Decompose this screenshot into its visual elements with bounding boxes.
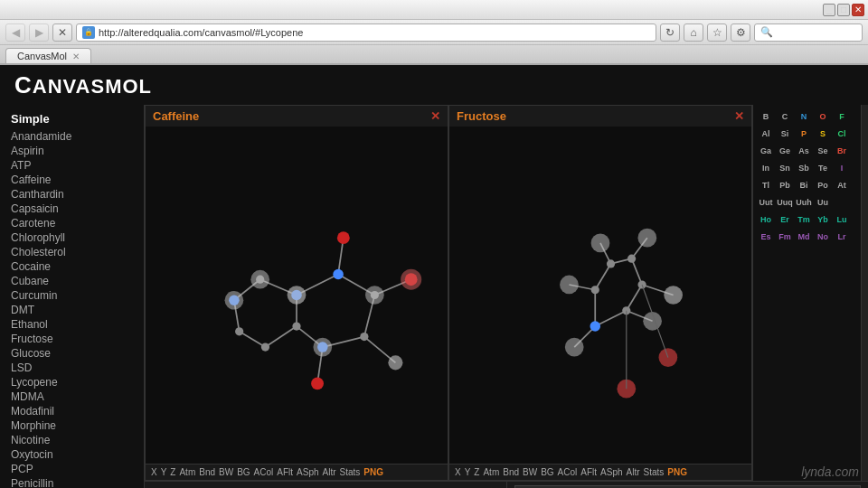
toolbar-aflt[interactable]: AFlt bbox=[277, 467, 293, 477]
sidebar-item-nicotine[interactable]: Nicotine bbox=[11, 433, 133, 447]
toolbar-altr[interactable]: Altr bbox=[323, 467, 336, 477]
sidebar-item-capsaicin[interactable]: Capsaicin bbox=[11, 202, 133, 216]
element-ho[interactable]: Ho bbox=[757, 211, 775, 228]
element-sb[interactable]: Sb bbox=[795, 160, 813, 176]
toolbar-y[interactable]: Y bbox=[161, 467, 167, 477]
toolbar-stats[interactable]: Stats bbox=[340, 467, 361, 477]
element-o[interactable]: O bbox=[814, 108, 832, 125]
sidebar-item-caffeine[interactable]: Caffeine bbox=[11, 173, 133, 187]
fructose-close[interactable]: ✕ bbox=[734, 109, 744, 123]
element-po[interactable]: Po bbox=[814, 177, 832, 193]
tools-btn[interactable]: ⚙ bbox=[731, 23, 750, 42]
stop-btn[interactable]: ✕ bbox=[52, 23, 72, 42]
sidebar-item-oxytocin[interactable]: Oxytocin bbox=[11, 447, 133, 462]
caffeine-close[interactable]: ✕ bbox=[430, 109, 440, 123]
sidebar-item-anandamide[interactable]: Anandamide bbox=[11, 129, 133, 144]
element-es[interactable]: Es bbox=[757, 229, 775, 245]
toolbar-acol[interactable]: ACol bbox=[254, 467, 274, 477]
sidebar-item-morphine[interactable]: Morphine bbox=[11, 418, 133, 433]
scrollbar-right[interactable] bbox=[861, 105, 868, 481]
sidebar-item-curcumin[interactable]: Curcumin bbox=[11, 288, 133, 303]
toolbar-atm[interactable]: Atm bbox=[179, 467, 195, 477]
ftoolbar-y[interactable]: Y bbox=[465, 467, 471, 477]
ftoolbar-bnd[interactable]: Bnd bbox=[503, 467, 519, 477]
element-fm[interactable]: Fm bbox=[776, 229, 794, 245]
ftoolbar-acol[interactable]: ACol bbox=[558, 467, 578, 477]
sidebar-item-fructose[interactable]: Fructose bbox=[11, 332, 133, 346]
ftoolbar-z[interactable]: Z bbox=[474, 467, 479, 477]
sidebar-item-mdma[interactable]: MDMA bbox=[11, 389, 133, 404]
close-btn[interactable]: ✕ bbox=[852, 4, 864, 16]
toolbar-bw[interactable]: BW bbox=[219, 467, 233, 477]
sidebar-item-pcp[interactable]: PCP bbox=[11, 462, 133, 476]
element-pb[interactable]: Pb bbox=[776, 177, 794, 193]
search-box[interactable]: 🔍 bbox=[754, 23, 863, 42]
sidebar-item-dmt[interactable]: DMT bbox=[11, 303, 133, 317]
address-bar[interactable]: 🔒 http://alteredqualia.com/canvasmol/#Ly… bbox=[76, 23, 656, 42]
element-yb[interactable]: Yb bbox=[814, 211, 832, 228]
element-md[interactable]: Md bbox=[795, 229, 813, 245]
sidebar-item-carotene[interactable]: Carotene bbox=[11, 216, 133, 230]
ftoolbar-bg[interactable]: BG bbox=[541, 467, 553, 477]
element-uuq[interactable]: Uuq bbox=[776, 194, 794, 211]
element-si[interactable]: Si bbox=[776, 126, 794, 142]
element-no[interactable]: No bbox=[814, 229, 832, 245]
ftoolbar-x[interactable]: X bbox=[455, 467, 461, 477]
toolbar-asph[interactable]: ASph bbox=[297, 467, 318, 477]
element-al[interactable]: Al bbox=[757, 126, 775, 142]
element-ga[interactable]: Ga bbox=[757, 143, 775, 159]
element-tm[interactable]: Tm bbox=[795, 211, 813, 228]
caffeine-canvas[interactable] bbox=[146, 127, 448, 464]
element-uu[interactable]: Uu bbox=[814, 194, 832, 211]
home-btn[interactable]: ⌂ bbox=[684, 23, 703, 42]
sidebar-item-modafinil[interactable]: Modafinil bbox=[11, 404, 133, 418]
minimize-btn[interactable]: _ bbox=[823, 4, 835, 16]
toolbar-bg[interactable]: BG bbox=[237, 467, 250, 477]
element-uuh[interactable]: Uuh bbox=[795, 194, 813, 211]
element-se[interactable]: Se bbox=[814, 143, 832, 159]
back-btn[interactable]: ◀ bbox=[5, 23, 25, 42]
forward-btn[interactable]: ▶ bbox=[29, 23, 49, 42]
star-btn[interactable]: ☆ bbox=[707, 23, 727, 42]
sidebar-item-ethanol[interactable]: Ethanol bbox=[11, 317, 133, 332]
toolbar-png[interactable]: PNG bbox=[363, 467, 383, 477]
element-as[interactable]: As bbox=[795, 143, 813, 159]
ftoolbar-atm[interactable]: Atm bbox=[483, 467, 499, 477]
ftoolbar-stats[interactable]: Stats bbox=[644, 467, 665, 477]
element-f[interactable]: F bbox=[833, 108, 851, 125]
element-cl[interactable]: Cl bbox=[833, 126, 851, 142]
sidebar-item-penicillin[interactable]: Penicillin bbox=[11, 476, 133, 488]
refresh-btn[interactable]: ↻ bbox=[660, 23, 680, 42]
element-sn[interactable]: Sn bbox=[776, 160, 794, 176]
ftoolbar-bw[interactable]: BW bbox=[523, 467, 537, 477]
maximize-btn[interactable]: □ bbox=[837, 4, 850, 16]
fructose-canvas[interactable] bbox=[449, 127, 751, 464]
element-lu[interactable]: Lu bbox=[833, 211, 851, 228]
toolbar-bnd[interactable]: Bnd bbox=[199, 467, 215, 477]
element-s[interactable]: S bbox=[814, 126, 832, 142]
sidebar-item-lsd[interactable]: LSD bbox=[11, 361, 133, 375]
element-c[interactable]: C bbox=[776, 108, 794, 125]
element-b[interactable]: B bbox=[757, 108, 775, 125]
sidebar-item-cubane[interactable]: Cubane bbox=[11, 274, 133, 288]
sidebar-item-canthardin[interactable]: Canthardin bbox=[11, 187, 133, 202]
element-lr[interactable]: Lr bbox=[833, 229, 851, 245]
element-uut[interactable]: Uut bbox=[757, 194, 775, 211]
toolbar-z[interactable]: Z bbox=[170, 467, 175, 477]
sidebar-item-cocaine[interactable]: Cocaine bbox=[11, 259, 133, 274]
element-n[interactable]: N bbox=[795, 108, 813, 125]
element-i[interactable]: I bbox=[833, 160, 851, 176]
element-er[interactable]: Er bbox=[776, 211, 794, 228]
sidebar-item-glucose[interactable]: Glucose bbox=[11, 346, 133, 361]
ftoolbar-png[interactable]: PNG bbox=[667, 467, 687, 477]
element-p[interactable]: P bbox=[795, 126, 813, 142]
tab-close-btn[interactable]: ✕ bbox=[72, 52, 80, 61]
sidebar-item-atp[interactable]: ATP bbox=[11, 158, 133, 173]
element-tl[interactable]: Tl bbox=[757, 177, 775, 193]
ftoolbar-altr[interactable]: Altr bbox=[627, 467, 640, 477]
element-ge[interactable]: Ge bbox=[776, 143, 794, 159]
element-te[interactable]: Te bbox=[814, 160, 832, 176]
active-tab[interactable]: CanvasMol ✕ bbox=[5, 48, 91, 63]
element-at[interactable]: At bbox=[833, 177, 851, 193]
element-bi[interactable]: Bi bbox=[795, 177, 813, 193]
